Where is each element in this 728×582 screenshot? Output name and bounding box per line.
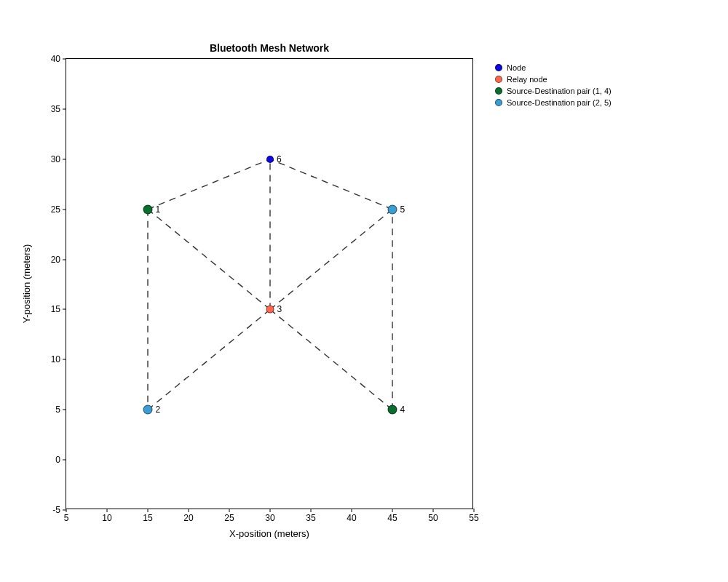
node-label-6: 6 [277, 154, 282, 164]
mesh-edge [270, 210, 392, 310]
y-tick-label: 20 [51, 255, 60, 265]
mesh-edge [148, 210, 270, 310]
x-tick-label: 50 [428, 513, 438, 523]
legend-marker [495, 87, 502, 95]
x-tick [189, 509, 189, 512]
y-tick [63, 209, 66, 210]
y-tick [63, 510, 66, 511]
x-tick [311, 509, 312, 512]
axes-box: 510152025303540455055-505101520253035401… [66, 58, 473, 509]
x-tick-label: 5 [64, 513, 69, 523]
legend-marker [495, 99, 502, 106]
x-tick-label: 35 [306, 513, 315, 523]
y-tick-label: 5 [55, 404, 60, 415]
x-tick [392, 509, 393, 512]
x-tick [433, 509, 434, 512]
legend-label: Source-Destination pair (1, 4) [507, 87, 612, 95]
y-tick-label: 15 [51, 304, 60, 314]
y-tick [63, 359, 66, 360]
node-marker-4 [388, 405, 397, 415]
y-tick-label: 0 [55, 455, 60, 465]
legend: NodeRelay nodeSource-Destination pair (1… [495, 62, 612, 108]
y-tick-label: 10 [51, 354, 60, 364]
x-tick [474, 509, 475, 512]
legend-label: Relay node [507, 75, 547, 84]
node-label-5: 5 [400, 204, 405, 215]
y-tick-label: 40 [51, 54, 60, 64]
y-tick [63, 59, 66, 60]
y-tick [63, 309, 66, 310]
x-tick-label: 20 [183, 513, 193, 523]
x-tick-label: 15 [143, 513, 152, 523]
x-tick [107, 509, 108, 512]
y-tick-label: 30 [51, 154, 60, 164]
y-axis-label: Y-position (meters) [21, 244, 32, 324]
y-tick-label: 35 [51, 104, 60, 114]
node-marker-1 [143, 204, 153, 214]
legend-item: Relay node [495, 73, 612, 85]
x-tick-label: 10 [102, 513, 111, 523]
node-label-1: 1 [156, 204, 161, 215]
y-tick [63, 159, 66, 159]
node-label-4: 4 [400, 404, 405, 415]
node-label-3: 3 [277, 304, 282, 314]
legend-item: Source-Destination pair (2, 5) [495, 97, 612, 108]
x-tick-label: 40 [347, 513, 356, 523]
x-tick-label: 30 [265, 513, 274, 523]
mesh-edge [270, 309, 392, 410]
mesh-edge [148, 159, 270, 210]
x-tick [229, 509, 230, 512]
mesh-edge [270, 159, 392, 210]
y-tick-label: -5 [52, 505, 60, 515]
x-tick [352, 509, 352, 512]
mesh-edge [148, 309, 270, 410]
edges-layer [66, 59, 474, 510]
x-tick [270, 509, 271, 512]
node-marker-6 [266, 156, 274, 163]
x-tick [148, 509, 149, 512]
node-marker-2 [143, 405, 153, 415]
x-tick-label: 55 [469, 513, 478, 523]
legend-marker [495, 64, 502, 71]
y-tick [63, 460, 66, 461]
chart-figure: 510152025303540455055-505101520253035401… [0, 0, 728, 582]
legend-label: Source-Destination pair (2, 5) [507, 98, 612, 107]
y-tick-label: 25 [51, 204, 60, 215]
legend-item: Node [495, 62, 612, 73]
x-tick-label: 25 [224, 513, 234, 523]
x-tick-label: 45 [387, 513, 397, 523]
node-marker-5 [388, 204, 397, 214]
y-tick [63, 259, 66, 260]
y-tick [63, 108, 66, 109]
y-tick [63, 410, 66, 410]
x-axis-label: X-position (meters) [229, 528, 309, 539]
legend-label: Node [507, 63, 526, 72]
node-label-2: 2 [156, 404, 161, 415]
node-marker-3 [266, 306, 274, 314]
legend-item: Source-Destination pair (1, 4) [495, 85, 612, 97]
chart-title: Bluetooth Mesh Network [210, 42, 329, 54]
legend-marker [495, 76, 502, 83]
